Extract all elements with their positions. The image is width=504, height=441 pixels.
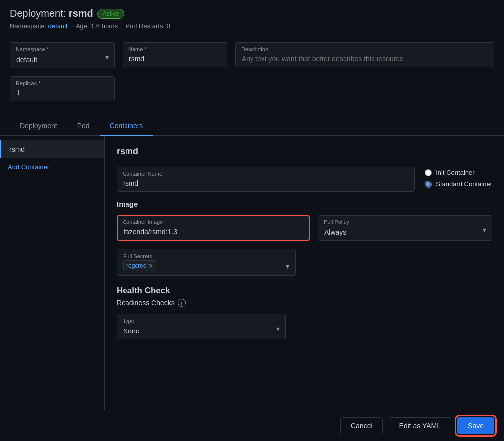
page: Deployment: rsmd Active Namespace: defau… (0, 0, 504, 441)
tab-deployment[interactable]: Deployment (10, 117, 67, 136)
description-field[interactable]: Description (235, 42, 494, 67)
name-input[interactable] (123, 42, 227, 67)
name-field[interactable]: Name * (123, 42, 227, 67)
image-section-title: Image (117, 200, 492, 208)
replicas-input[interactable] (10, 76, 115, 101)
health-check-section: Health Check Readiness Checks i Type Non… (117, 286, 492, 339)
pull-secrets-chevron-icon: ▾ (286, 262, 289, 270)
sidebar-item-label: rsmd (9, 145, 25, 153)
standard-container-radio[interactable]: Standard Container (425, 180, 492, 188)
pull-secrets-select[interactable]: Pull Secrets regcred × ▾ (117, 249, 296, 276)
type-select[interactable]: None (117, 314, 286, 339)
tabs: Deployment Pod Containers (10, 117, 494, 135)
type-field[interactable]: Type None ▾ (117, 314, 286, 339)
page-title: Deployment: rsmd (10, 8, 93, 19)
edit-yaml-button[interactable]: Edit as YAML (389, 417, 452, 434)
age-meta: Age: 1.6 hours (76, 22, 118, 30)
sidebar-item-rsmd[interactable]: rsmd (0, 140, 104, 158)
header-title-row: Deployment: rsmd Active (10, 8, 494, 19)
pull-secrets-tag-regcred[interactable]: regcred × (123, 260, 156, 271)
footer: Cancel Edit as YAML Save (0, 410, 504, 441)
pull-policy-chevron-icon: ▾ (483, 226, 486, 234)
form-row-2: Replicas * (10, 76, 494, 101)
pull-policy-select[interactable]: Always (318, 215, 492, 241)
container-image-input[interactable] (117, 215, 310, 241)
container-name-input[interactable] (117, 167, 415, 192)
description-input[interactable] (235, 42, 494, 67)
container-type-group: Init Container Standard Container (425, 167, 492, 188)
sidebar: rsmd Add Container (0, 136, 105, 410)
tabs-container: Deployment Pod Containers (0, 117, 504, 136)
cancel-button[interactable]: Cancel (340, 417, 383, 434)
type-chevron-icon: ▾ (276, 325, 280, 332)
content-area: rsmd Add Container rsmd Container Name I… (0, 136, 504, 410)
namespace-link[interactable]: default (48, 22, 68, 30)
standard-container-label: Standard Container (436, 180, 492, 188)
init-container-label: Init Container (436, 169, 474, 176)
pull-policy-field[interactable]: Pull Policy Always ▾ (318, 215, 492, 241)
remove-tag-icon[interactable]: × (149, 262, 153, 270)
container-image-field[interactable]: Container Image (117, 215, 310, 241)
init-container-radio[interactable]: Init Container (425, 169, 492, 176)
main-content: rsmd Container Name Init Container Stand… (105, 136, 504, 410)
readiness-info-icon[interactable]: i (178, 299, 186, 307)
save-button[interactable]: Save (457, 417, 494, 434)
add-container-button[interactable]: Add Container (0, 158, 104, 176)
readiness-checks-label: Readiness Checks i (117, 299, 492, 307)
tab-containers[interactable]: Containers (100, 117, 153, 136)
namespace-chevron-icon: ▾ (105, 53, 109, 61)
image-row: Container Image Pull Policy Always ▾ (117, 215, 492, 241)
pod-restarts-meta: Pod Restarts: 0 (126, 22, 170, 30)
namespace-field[interactable]: Namespace * default ▾ (10, 42, 115, 68)
container-name-field[interactable]: Container Name (117, 167, 415, 192)
container-name-row: Container Name Init Container Standard C… (117, 167, 492, 192)
tab-pod[interactable]: Pod (67, 117, 100, 136)
form-section: Namespace * default ▾ Name * Description… (0, 34, 504, 117)
pull-secrets-row: Pull Secrets regcred × ▾ (117, 249, 492, 276)
namespace-meta: Namespace: default (10, 22, 68, 30)
form-row-1: Namespace * default ▾ Name * Description (10, 42, 494, 68)
header: Deployment: rsmd Active Namespace: defau… (0, 0, 504, 34)
pull-secrets-label: Pull Secrets (123, 253, 152, 259)
status-badge: Active (97, 9, 125, 19)
container-section-title: rsmd (117, 146, 492, 157)
header-meta: Namespace: default Age: 1.6 hours Pod Re… (10, 22, 494, 30)
health-check-title: Health Check (117, 286, 492, 296)
replicas-field[interactable]: Replicas * (10, 76, 115, 101)
namespace-select[interactable]: default (10, 42, 115, 68)
